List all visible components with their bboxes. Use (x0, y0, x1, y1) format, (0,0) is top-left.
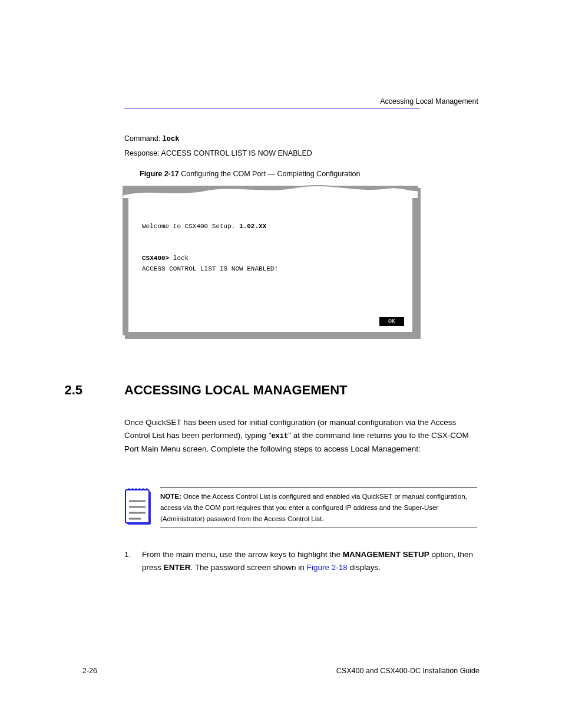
command-label: Command: (124, 134, 163, 143)
screen-text: Welcome to CSX400 Setup. 1.02.XX CSX400>… (142, 221, 413, 274)
figure-caption: Figure 2-17 Configuring the COM Port — C… (140, 170, 360, 178)
step-number: 1. (124, 548, 136, 561)
note-label: NOTE: (160, 493, 183, 500)
step-text-b: MANAGEMENT SETUP (343, 550, 429, 559)
response-line: Response: ACCESS CONTROL LIST IS NOW ENA… (124, 149, 312, 157)
note-box: NOTE: Once the Access Control List is co… (160, 490, 481, 526)
step-text-a: From the main menu, use the arrow keys t… (142, 550, 343, 559)
footer-doc-title: CSX400 and CSX400-DC Installation Guide (336, 667, 480, 675)
step-text-d: ENTER (164, 563, 191, 572)
step-text-e: . The password screen shown in (191, 563, 307, 572)
header-right-text: Accessing Local Management (380, 97, 478, 106)
torn-edge-icon (123, 182, 418, 199)
note-text: Once the Access Control List is configur… (160, 493, 467, 522)
step-1-text: From the main menu, use the arrow keys t… (142, 548, 479, 574)
step-xref[interactable]: Figure 2-18 (307, 563, 348, 572)
screen-cmd: lock (169, 255, 189, 262)
page: 2-26 Accessing Local Management Command:… (0, 0, 562, 728)
command-line: Command: lock (124, 134, 179, 143)
header-rule (124, 108, 420, 108)
screen-line1a: Welcome to CSX400 Setup. (142, 223, 239, 230)
note-rule-top (160, 487, 477, 487)
screen-line1b: 1.02.XX (239, 223, 266, 230)
screen-inner: Welcome to CSX400 Setup. 1.02.XX CSX400>… (128, 197, 412, 332)
body-paragraph-1: Once QuickSET has been used for initial … (124, 416, 479, 456)
footer-page-number: 2-26 (82, 667, 97, 675)
command-value: lock (163, 135, 180, 143)
response-label: Response: (124, 149, 161, 157)
figure-title: Configuring the COM Port — Completing Co… (179, 170, 361, 178)
ok-button: OK (379, 317, 404, 326)
screen-prompt: CSX400> (142, 255, 169, 262)
step-text-g: displays. (348, 563, 381, 572)
section-number: 2.5 (64, 383, 82, 398)
section-title: ACCESSING LOCAL MANAGEMENT (124, 383, 348, 398)
figure-number: Figure 2-17 (140, 170, 179, 178)
notepad-icon (124, 488, 151, 526)
page-footer: 2-26 CSX400 and CSX400-DC Installation G… (82, 667, 480, 675)
figure-screen: Welcome to CSX400 Setup. 1.02.XX CSX400>… (123, 186, 423, 340)
note-rule-bot (160, 528, 477, 528)
screen-output: ACCESS CONTROL LIST IS NOW ENABLED! (142, 265, 278, 272)
screen-border: Welcome to CSX400 Setup. 1.02.XX CSX400>… (123, 186, 418, 335)
response-value: ACCESS CONTROL LIST IS NOW ENABLED (161, 149, 312, 157)
p1-code: exit (271, 432, 288, 440)
